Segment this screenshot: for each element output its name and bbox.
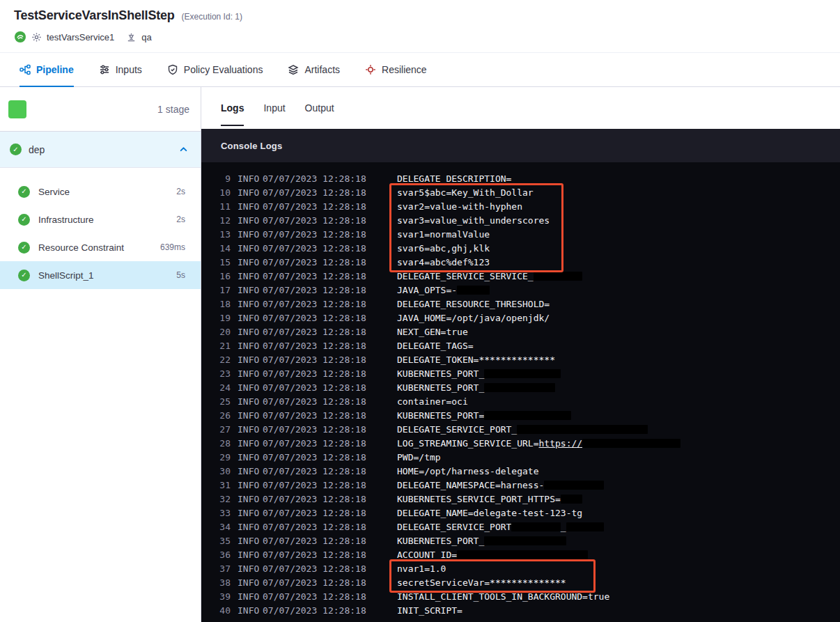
tab-resilience[interactable]: Resilience	[365, 53, 427, 86]
tab-inputs[interactable]: Inputs	[99, 53, 142, 86]
execution-sidebar: 1 stage ✓ dep ✓Service2s✓Infrastructure2…	[0, 87, 201, 622]
log-message: NEXT_GEN=true	[397, 325, 468, 339]
environment-name[interactable]: qa	[141, 32, 151, 42]
log-line-9: 9INFO07/07/2023 12:28:18DELEGATE_DESCRIP…	[215, 172, 840, 186]
step-infrastructure[interactable]: ✓Infrastructure2s	[0, 205, 201, 233]
stage-status-square[interactable]	[8, 100, 26, 118]
line-number: 19	[215, 311, 231, 325]
log-level: INFO	[238, 562, 261, 576]
line-number: 16	[215, 270, 231, 283]
log-timestamp: 07/07/2023 12:28:18	[263, 451, 366, 465]
log-link[interactable]: https://	[539, 438, 583, 449]
log-timestamp: 07/07/2023 12:28:18	[263, 562, 366, 576]
line-number: 22	[215, 353, 231, 367]
line-number: 36	[215, 548, 231, 562]
success-check-icon: ✓	[18, 214, 30, 226]
execution-nav-tabs: Pipeline Inputs Policy Evaluations Artif…	[0, 53, 840, 87]
redacted-text	[457, 550, 588, 559]
log-level: INFO	[238, 367, 261, 381]
log-timestamp: 07/07/2023 12:28:18	[263, 325, 366, 339]
log-message: DELEGATE_TAGS=	[397, 339, 474, 353]
log-timestamp: 07/07/2023 12:28:18	[263, 311, 366, 325]
log-level: INFO	[238, 395, 261, 409]
log-message: KUBERNETES_PORT=	[397, 409, 571, 423]
log-level: INFO	[238, 270, 261, 283]
log-timestamp: 07/07/2023 12:28:18	[263, 228, 366, 242]
tab-pipeline[interactable]: Pipeline	[20, 53, 74, 86]
log-message: JAVA_OPTS=-	[397, 283, 490, 297]
log-timestamp: 07/07/2023 12:28:18	[263, 200, 366, 214]
line-number: 26	[215, 409, 231, 423]
title-row: TestServiceVarsInShellStep (Execution Id…	[14, 8, 826, 23]
redacted-text	[544, 481, 604, 490]
line-number: 31	[215, 479, 231, 492]
log-line-30: 30INFO07/07/2023 12:28:18HOME=/opt/harne…	[215, 465, 840, 479]
log-level: INFO	[238, 548, 261, 562]
log-message: svar3=value_with_underscores	[397, 214, 550, 228]
line-number: 27	[215, 423, 231, 437]
line-number: 13	[215, 228, 231, 242]
log-message: HOME=/opt/harness-delegate	[397, 465, 539, 479]
log-message: nvar1=1.0	[397, 562, 446, 576]
shield-check-icon	[167, 64, 178, 75]
tab-artifacts[interactable]: Artifacts	[288, 53, 340, 86]
log-level: INFO	[238, 297, 261, 311]
log-level: INFO	[238, 283, 261, 297]
log-message: DELEGATE_NAMESPACE=harness-	[397, 479, 604, 492]
log-timestamp: 07/07/2023 12:28:18	[263, 506, 366, 520]
line-number: 18	[215, 297, 231, 311]
log-timestamp: 07/07/2023 12:28:18	[263, 283, 366, 297]
line-number: 40	[215, 604, 231, 618]
log-message: DELEGATE_NAME=delegate-test-123-tg	[397, 506, 582, 520]
log-line-16: 16INFO07/07/2023 12:28:18DELEGATE_SERVIC…	[215, 270, 840, 283]
step-name: Service	[38, 187, 168, 197]
line-number: 21	[215, 339, 231, 353]
log-timestamp: 07/07/2023 12:28:18	[263, 548, 366, 562]
gear-icon	[31, 32, 42, 42]
log-timestamp: 07/07/2023 12:28:18	[263, 339, 366, 353]
line-number: 10	[215, 186, 231, 200]
log-level: INFO	[238, 451, 261, 465]
log-line-13: 13INFO07/07/2023 12:28:18svar1=normalVal…	[215, 228, 840, 242]
log-message: svar2=value-with-hyphen	[397, 200, 522, 214]
log-level: INFO	[238, 423, 261, 437]
tab-policy-evaluations[interactable]: Policy Evaluations	[167, 53, 263, 86]
stage-group-dep[interactable]: ✓ dep	[0, 132, 201, 168]
resilience-icon	[365, 64, 376, 75]
log-timestamp: 07/07/2023 12:28:18	[263, 172, 366, 186]
service-name[interactable]: testVarsService1	[47, 32, 114, 42]
console-log-body[interactable]: 9INFO07/07/2023 12:28:18DELEGATE_DESCRIP…	[201, 162, 840, 622]
line-number: 39	[215, 590, 231, 604]
log-message: LOG_STREAMING_SERVICE_URL=https://	[397, 437, 680, 451]
log-line-33: 33INFO07/07/2023 12:28:18DELEGATE_NAME=d…	[215, 506, 840, 520]
environment-icon	[126, 32, 137, 42]
log-level: INFO	[238, 437, 261, 451]
log-tab-input[interactable]: Input	[263, 87, 285, 129]
content-area: 1 stage ✓ dep ✓Service2s✓Infrastructure2…	[0, 87, 840, 622]
step-shellscript-1[interactable]: ✓ShellScript_15s	[0, 261, 201, 289]
step-duration: 2s	[176, 187, 185, 196]
page-header: TestServiceVarsInShellStep (Execution Id…	[0, 0, 840, 53]
log-level: INFO	[238, 242, 261, 256]
chevron-up-icon[interactable]	[179, 145, 188, 154]
step-duration: 2s	[176, 215, 185, 224]
log-timestamp: 07/07/2023 12:28:18	[263, 395, 366, 409]
log-message: JAVA_HOME=/opt/java/openjdk/	[397, 311, 550, 325]
redacted-text	[511, 522, 560, 531]
log-line-40: 40INFO07/07/2023 12:28:18INIT_SCRIPT=	[215, 604, 840, 618]
log-line-15: 15INFO07/07/2023 12:28:18svar4=abc%def%1…	[215, 256, 840, 270]
console-title: Console Logs	[221, 141, 282, 151]
log-line-11: 11INFO07/07/2023 12:28:18svar2=value-wit…	[215, 200, 840, 214]
step-service[interactable]: ✓Service2s	[0, 178, 201, 205]
log-line-23: 23INFO07/07/2023 12:28:18KUBERNETES_PORT…	[215, 367, 840, 381]
log-message: INIT_SCRIPT=	[397, 604, 462, 618]
log-tab-output[interactable]: Output	[305, 87, 334, 129]
log-line-31: 31INFO07/07/2023 12:28:18DELEGATE_NAMESP…	[215, 479, 840, 492]
log-message: container=oci	[397, 395, 468, 409]
success-check-icon: ✓	[18, 186, 30, 198]
log-level: INFO	[238, 492, 261, 506]
log-message: svar5$abc=Key_With_Dollar	[397, 186, 534, 200]
log-tab-logs[interactable]: Logs	[221, 87, 244, 129]
tab-resilience-label: Resilience	[382, 64, 427, 75]
step-resource-constraint[interactable]: ✓Resource Constraint639ms	[0, 233, 201, 261]
